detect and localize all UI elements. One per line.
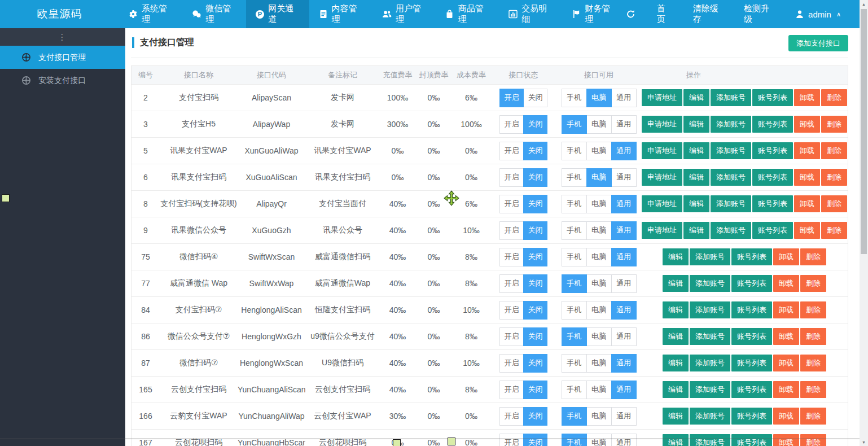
action-button[interactable]: 卸载 [773,301,799,318]
status-option-button[interactable]: 关闭 [523,142,547,160]
nav-item-trade[interactable]: 交易明细 [499,0,562,28]
device-option-button[interactable]: 手机 [562,301,587,320]
action-button[interactable]: 编辑 [663,434,689,446]
status-option-button[interactable]: 开启 [499,89,524,107]
action-button[interactable]: 编辑 [683,195,709,212]
action-button[interactable]: 添加账号 [711,222,751,239]
action-button[interactable]: 编辑 [683,142,709,159]
action-button[interactable]: 卸载 [794,89,820,106]
device-option-button[interactable]: 通用 [611,221,637,240]
device-option-button[interactable]: 电脑 [586,248,612,266]
action-button[interactable]: 删除 [821,222,847,239]
status-option-button[interactable]: 关闭 [523,89,547,107]
action-button[interactable]: 卸载 [794,195,820,212]
action-button[interactable]: 删除 [800,408,826,425]
device-option-button[interactable]: 手机 [562,407,587,426]
action-button[interactable]: 删除 [800,301,826,318]
status-option-button[interactable]: 关闭 [523,248,547,266]
sidebar-collapse-toggle[interactable]: ⋮ [0,28,125,46]
nav-item-goods[interactable]: 商品管理 [436,0,499,28]
scroll-up-arrow-icon[interactable]: ▲ [860,0,868,8]
device-option-button[interactable]: 手机 [562,381,587,399]
sidebar-item-pay-interface-manage[interactable]: 支付接口管理 [0,46,125,69]
status-option-button[interactable]: 关闭 [523,274,547,293]
device-option-button[interactable]: 电脑 [586,115,612,134]
status-option-button[interactable]: 关闭 [523,221,547,240]
action-button[interactable]: 账号列表 [731,248,772,265]
action-button[interactable]: 账号列表 [731,434,772,446]
action-button[interactable]: 编辑 [683,222,709,239]
action-button[interactable]: 删除 [800,381,826,398]
device-option-button[interactable]: 电脑 [586,327,612,346]
device-option-button[interactable]: 通用 [611,407,637,426]
action-button[interactable]: 账号列表 [752,89,793,106]
action-button[interactable]: 账号列表 [752,116,793,133]
device-option-button[interactable]: 手机 [562,195,587,213]
sidebar-item-install-pay-interface[interactable]: 安装支付接口 [0,69,125,92]
device-option-button[interactable]: 电脑 [586,407,612,426]
action-button[interactable]: 添加账号 [690,275,730,292]
device-option-button[interactable]: 手机 [562,168,587,187]
status-option-button[interactable]: 开启 [499,327,524,346]
action-button[interactable]: 添加账号 [690,328,730,345]
status-option-button[interactable]: 开启 [499,407,524,426]
action-button[interactable]: 账号列表 [731,301,772,318]
status-option-button[interactable]: 关闭 [523,407,547,426]
action-button[interactable]: 账号列表 [731,275,772,292]
status-option-button[interactable]: 开启 [499,274,524,293]
action-button[interactable]: 删除 [821,116,847,133]
status-option-button[interactable]: 开启 [499,115,524,134]
action-button[interactable]: 删除 [821,195,847,212]
nav-item-finance[interactable]: 财务管理 [563,0,626,28]
action-button[interactable]: 卸载 [794,169,820,186]
device-option-button[interactable]: 手机 [562,354,587,373]
nav-item-system[interactable]: 系统管理 [119,0,182,28]
action-button[interactable]: 账号列表 [731,381,772,398]
action-button[interactable]: 添加账号 [690,301,730,318]
device-option-button[interactable]: 通用 [611,434,637,446]
device-option-button[interactable]: 电脑 [586,354,612,373]
action-button[interactable]: 申请地址 [642,116,682,133]
action-button[interactable]: 添加账号 [711,169,751,186]
device-option-button[interactable]: 手机 [562,115,587,134]
action-button[interactable]: 编辑 [663,248,689,265]
action-button[interactable]: 账号列表 [731,328,772,345]
status-option-button[interactable]: 关闭 [523,195,547,213]
action-button[interactable]: 编辑 [683,169,709,186]
action-button[interactable]: 账号列表 [752,142,793,159]
device-option-button[interactable]: 通用 [611,115,637,134]
device-option-button[interactable]: 电脑 [586,89,612,107]
add-pay-interface-button[interactable]: 添加支付接口 [788,35,848,51]
action-button[interactable]: 卸载 [773,434,799,446]
action-button[interactable]: 添加账号 [690,381,730,398]
action-button[interactable]: 卸载 [773,248,799,265]
device-option-button[interactable]: 通用 [611,274,637,293]
device-option-button[interactable]: 通用 [611,327,637,346]
action-button[interactable]: 申请地址 [642,195,682,212]
status-option-button[interactable]: 开启 [499,354,524,373]
action-button[interactable]: 添加账号 [711,89,751,106]
action-button[interactable]: 添加账号 [711,142,751,159]
device-option-button[interactable]: 电脑 [586,168,612,187]
device-option-button[interactable]: 通用 [611,89,637,107]
nav-item-gateway[interactable]: P网关通道 [246,0,309,28]
status-option-button[interactable]: 开启 [499,248,524,266]
status-option-button[interactable]: 开启 [499,195,524,213]
scrollbar-thumb[interactable] [861,9,867,254]
status-option-button[interactable]: 开启 [499,168,524,187]
status-option-button[interactable]: 开启 [499,221,524,240]
action-button[interactable]: 卸载 [794,116,820,133]
action-button[interactable]: 编辑 [663,301,689,318]
device-option-button[interactable]: 通用 [611,248,637,266]
topbar-link-admin[interactable]: admin∧ [795,10,841,19]
action-button[interactable]: 卸载 [773,381,799,398]
status-option-button[interactable]: 关闭 [523,354,547,373]
action-button[interactable]: 删除 [800,355,826,371]
device-option-button[interactable]: 通用 [611,168,637,187]
status-option-button[interactable]: 关闭 [523,301,547,320]
action-button[interactable]: 添加账号 [690,355,730,371]
scroll-down-arrow-icon[interactable]: ▼ [860,438,868,446]
device-option-button[interactable]: 电脑 [586,301,612,320]
action-button[interactable]: 卸载 [794,142,820,159]
action-button[interactable]: 删除 [821,169,847,186]
